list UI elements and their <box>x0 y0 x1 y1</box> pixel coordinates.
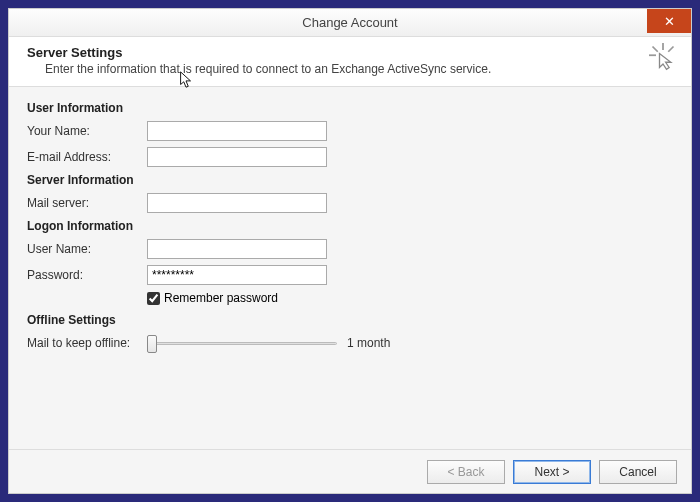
row-mail-offline: Mail to keep offline: 1 month <box>27 333 673 353</box>
row-email: E-mail Address: <box>27 147 673 167</box>
email-input[interactable] <box>147 147 327 167</box>
your-name-input[interactable] <box>147 121 327 141</box>
dialog-window: Change Account ✕ Server Settings Enter t… <box>8 8 692 494</box>
row-password: Password: <box>27 265 673 285</box>
cancel-button[interactable]: Cancel <box>599 460 677 484</box>
next-button[interactable]: Next > <box>513 460 591 484</box>
mail-server-input[interactable] <box>147 193 327 213</box>
content-area: User Information Your Name: E-mail Addre… <box>9 87 691 449</box>
footer: < Back Next > Cancel <box>9 449 691 493</box>
header-title: Server Settings <box>27 45 673 60</box>
password-label: Password: <box>27 268 147 282</box>
close-icon: ✕ <box>664 14 675 29</box>
row-your-name: Your Name: <box>27 121 673 141</box>
svg-line-2 <box>668 47 673 52</box>
back-button[interactable]: < Back <box>427 460 505 484</box>
svg-line-1 <box>653 47 658 52</box>
slider-rail <box>147 342 337 345</box>
click-cursor-icon <box>649 43 677 71</box>
row-username: User Name: <box>27 239 673 259</box>
username-input[interactable] <box>147 239 327 259</box>
mail-offline-slider[interactable] <box>147 333 337 353</box>
titlebar: Change Account ✕ <box>9 9 691 37</box>
slider-thumb[interactable] <box>147 335 157 353</box>
section-user-info-title: User Information <box>27 101 673 115</box>
section-server-info-title: Server Information <box>27 173 673 187</box>
close-button[interactable]: ✕ <box>647 9 691 33</box>
username-label: User Name: <box>27 242 147 256</box>
mail-offline-value: 1 month <box>347 336 390 350</box>
mail-offline-label: Mail to keep offline: <box>27 336 147 350</box>
window-title: Change Account <box>302 15 397 30</box>
email-label: E-mail Address: <box>27 150 147 164</box>
header-subtitle: Enter the information that is required t… <box>27 62 673 76</box>
remember-password-checkbox[interactable] <box>147 292 160 305</box>
remember-password-label: Remember password <box>164 291 278 305</box>
section-offline-title: Offline Settings <box>27 313 673 327</box>
section-logon-info-title: Logon Information <box>27 219 673 233</box>
row-remember-password: Remember password <box>147 291 673 305</box>
wizard-header: Server Settings Enter the information th… <box>9 37 691 87</box>
row-mail-server: Mail server: <box>27 193 673 213</box>
mail-server-label: Mail server: <box>27 196 147 210</box>
password-input[interactable] <box>147 265 327 285</box>
your-name-label: Your Name: <box>27 124 147 138</box>
